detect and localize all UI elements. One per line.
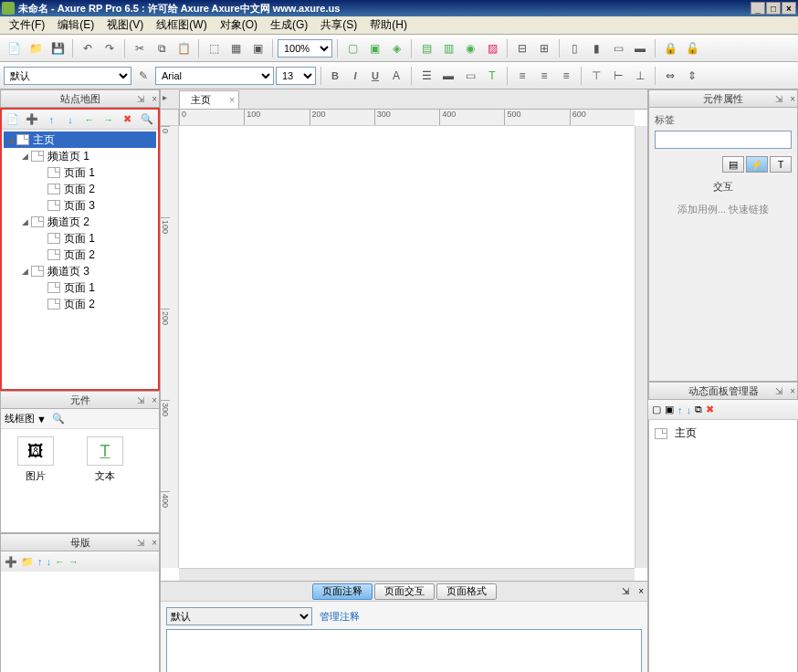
menu-view[interactable]: 视图(V)	[101, 16, 149, 35]
maximize-button[interactable]: □	[766, 2, 781, 15]
tab-page-format[interactable]: 页面格式	[436, 583, 497, 600]
tab-chevron-icon[interactable]: ▸	[163, 92, 167, 102]
add-folder-icon[interactable]: ➕	[25, 111, 40, 128]
panel-close-icon[interactable]: ×	[638, 586, 644, 596]
indent-icon[interactable]: →	[100, 111, 116, 128]
paste-icon[interactable]: 📋	[173, 38, 194, 58]
tool-6-icon[interactable]: ◉	[460, 38, 480, 58]
pin-icon[interactable]: ⇲	[775, 94, 782, 104]
dp-item[interactable]: 主页	[653, 424, 793, 443]
add-folder-icon[interactable]: 📁	[21, 556, 34, 568]
tree-page[interactable]: 页面 2	[4, 181, 156, 197]
pin-icon[interactable]: ⇲	[137, 94, 144, 104]
outdent-icon[interactable]: ←	[82, 111, 98, 128]
pin-icon[interactable]: ⇲	[622, 586, 629, 596]
outdent-icon[interactable]: ←	[55, 556, 65, 567]
move-up-icon[interactable]: ↑	[37, 556, 43, 567]
tool-1-icon[interactable]: ▢	[342, 38, 362, 58]
new-icon[interactable]: 📄	[4, 38, 24, 58]
valign-bot-icon[interactable]: ⊥	[630, 66, 650, 86]
tab-page-notes[interactable]: 页面注释	[312, 583, 373, 600]
panel-close-icon[interactable]: ×	[152, 538, 157, 548]
close-icon[interactable]: ×	[229, 95, 235, 105]
dist-v-icon[interactable]: ⇕	[682, 66, 702, 86]
menu-share[interactable]: 共享(S)	[315, 16, 362, 35]
widget-image[interactable]: 🖼 图片	[8, 436, 63, 525]
dist-h-icon[interactable]: ⇔	[660, 66, 680, 86]
tool-5-icon[interactable]: ▥	[438, 38, 458, 58]
select-icon[interactable]: ⬚	[204, 38, 224, 58]
tree-page[interactable]: 页面 3	[4, 197, 156, 214]
order-1-icon[interactable]: ▯	[564, 38, 584, 58]
tree-page[interactable]: 页面 1	[4, 279, 156, 296]
tool-2-icon[interactable]: ▣	[364, 38, 384, 58]
add-case-link[interactable]: 添加用例...	[677, 204, 726, 215]
align-right-icon[interactable]: ≡	[556, 66, 576, 86]
tree-channel-1[interactable]: ◢频道页 1	[4, 148, 156, 164]
quick-link[interactable]: 快速链接	[729, 204, 769, 215]
fillcolor-icon[interactable]: ▬	[438, 66, 458, 86]
textcolor-icon[interactable]: A	[386, 66, 406, 86]
align-2-icon[interactable]: ⊞	[534, 38, 554, 58]
scrollbar-horizontal[interactable]	[179, 568, 635, 581]
panel-close-icon[interactable]: ×	[152, 395, 157, 405]
delete-icon[interactable]: ✖	[706, 404, 714, 415]
menu-wireframe[interactable]: 线框图(W)	[151, 16, 212, 35]
text-icon[interactable]: T	[482, 66, 502, 86]
order-3-icon[interactable]: ▭	[608, 38, 628, 58]
menu-help[interactable]: 帮助(H)	[364, 16, 413, 35]
tree-page[interactable]: 页面 1	[4, 164, 156, 181]
order-4-icon[interactable]: ▬	[630, 38, 650, 58]
menu-generate[interactable]: 生成(G)	[265, 16, 313, 35]
add-page-icon[interactable]: 📄	[5, 111, 21, 128]
move-down-icon[interactable]: ↓	[687, 404, 692, 415]
dp-btn-2-icon[interactable]: ▣	[665, 404, 674, 415]
pin-icon[interactable]: ⇲	[137, 538, 144, 548]
tree-page[interactable]: 页面 2	[4, 247, 156, 263]
tree-channel-2[interactable]: ◢频道页 2	[4, 214, 156, 230]
search-icon[interactable]: 🔍	[52, 413, 65, 425]
props-tab-notes-icon[interactable]: ▤	[722, 156, 744, 173]
menu-object[interactable]: 对象(O)	[215, 16, 263, 35]
menu-edit[interactable]: 编辑(E)	[52, 16, 100, 35]
style-edit-icon[interactable]: ✎	[133, 66, 153, 86]
valign-mid-icon[interactable]: ⊢	[608, 66, 628, 86]
panel-close-icon[interactable]: ×	[152, 94, 157, 104]
pin-icon[interactable]: ⇲	[137, 395, 144, 405]
scrollbar-vertical[interactable]	[635, 126, 647, 568]
notes-textarea[interactable]	[166, 629, 642, 672]
tree-page[interactable]: 页面 2	[4, 296, 156, 312]
move-down-icon[interactable]: ↓	[63, 111, 79, 128]
dp-btn-5-icon[interactable]: ⧉	[695, 404, 702, 415]
panel-close-icon[interactable]: ×	[790, 94, 795, 104]
italic-button[interactable]: I	[346, 70, 364, 81]
font-combo[interactable]: Arial	[155, 67, 274, 85]
open-icon[interactable]: 📁	[26, 38, 46, 58]
tab-home[interactable]: 主页 ×	[179, 90, 239, 109]
align-center-icon[interactable]: ≡	[534, 66, 554, 86]
dp-btn-1-icon[interactable]: ▢	[652, 404, 661, 415]
indent-icon[interactable]: →	[68, 556, 79, 567]
tab-page-interactions[interactable]: 页面交互	[374, 583, 435, 600]
group-icon[interactable]: ▣	[247, 38, 268, 58]
tree-channel-3[interactable]: ◢频道页 3	[4, 263, 156, 279]
canvas[interactable]	[179, 126, 635, 568]
undo-icon[interactable]: ↶	[78, 38, 98, 58]
tree-root[interactable]: ◢主页	[4, 131, 156, 148]
lock-icon[interactable]: 🔒	[660, 38, 680, 58]
manage-notes-link[interactable]: 管理注释	[320, 610, 360, 624]
tool-3-icon[interactable]: ◈	[386, 38, 406, 58]
move-down-icon[interactable]: ↓	[47, 556, 52, 567]
add-master-icon[interactable]: ➕	[5, 556, 17, 568]
bullets-icon[interactable]: ☰	[416, 66, 436, 86]
tool-7-icon[interactable]: ▨	[482, 38, 502, 58]
save-icon[interactable]: 💾	[47, 38, 68, 58]
fontsize-combo[interactable]: 13	[276, 67, 316, 85]
linecolor-icon[interactable]: ▭	[460, 66, 480, 86]
props-tab-format-icon[interactable]: T	[770, 156, 792, 173]
props-tab-interactions-icon[interactable]: ⚡	[746, 156, 768, 173]
align-left-icon[interactable]: ≡	[512, 66, 532, 86]
note-type-select[interactable]: 默认	[166, 607, 312, 625]
cut-icon[interactable]: ✂	[130, 38, 150, 58]
style-combo[interactable]: 默认	[4, 67, 131, 85]
